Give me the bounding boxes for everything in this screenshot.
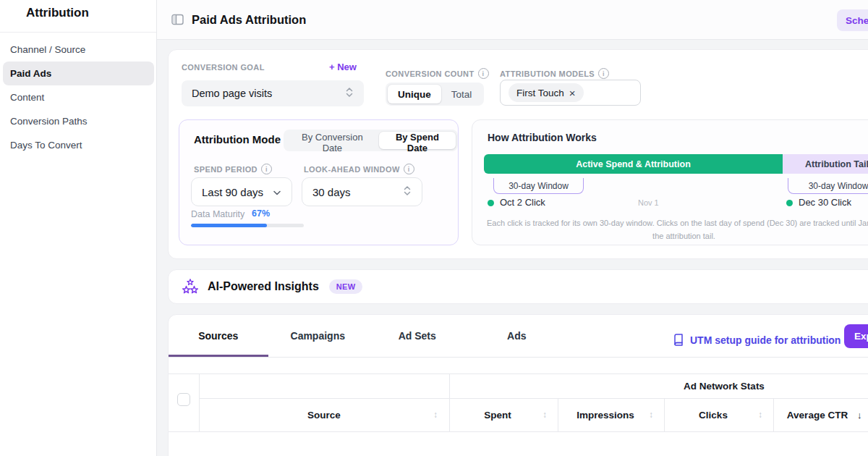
sidebar: Attribution Channel / Source Paid Ads Co… (0, 0, 157, 456)
group-header-ad-network-stats: Ad Network Stats (684, 381, 765, 392)
attribution-mode-title: Attribution Mode (194, 133, 281, 145)
info-icon[interactable]: i (261, 164, 272, 174)
sort-icon[interactable]: ↕ (649, 410, 653, 420)
how-attribution-works-panel: How Attribution Works Active Spend & Att… (472, 119, 868, 245)
column-header-clicks[interactable]: Clicks (699, 410, 728, 421)
works-caption: Each click is tracked for its own 30-day… (487, 217, 868, 242)
look-ahead-select[interactable]: 30 days (302, 177, 422, 206)
count-total-button[interactable]: Total (441, 85, 482, 104)
select-all-checkbox[interactable] (177, 393, 190, 406)
collapse-sidebar-icon[interactable] (171, 14, 184, 28)
conversion-count-label: CONVERSION COUNT i (386, 68, 489, 79)
mode-by-spend-date-button[interactable]: By Spend Date (379, 132, 456, 149)
data-maturity-label: Data Maturity (191, 209, 244, 219)
active-spend-bar: Active Spend & Attribution (484, 154, 783, 174)
green-dot-icon (786, 200, 793, 206)
table-row-divider (199, 398, 868, 399)
report-card: Sources Campaigns Ad Sets Ads UTM setup … (168, 314, 868, 456)
sparkles-icon (182, 278, 199, 295)
sidebar-item-conversion-paths[interactable]: Conversion Paths (3, 109, 154, 133)
conversion-goal-label: CONVERSION GOAL (182, 63, 265, 72)
table-col-divider (449, 373, 450, 431)
green-dot-icon (488, 200, 494, 206)
look-ahead-label-text: LOOK-AHEAD WINDOW (304, 165, 400, 174)
left-click-event: Oct 2 Click (500, 197, 545, 208)
count-unique-button[interactable]: Unique (388, 85, 441, 104)
attribution-mode-panel: Attribution Mode By Conversion Date By S… (179, 119, 459, 245)
conversion-goal-select[interactable]: Demo page visits (182, 80, 364, 106)
updown-chevron-icon (345, 87, 354, 100)
column-header-average-ctr[interactable]: Average CTR (787, 410, 848, 421)
conversion-count-toggle: Unique Total (386, 83, 484, 106)
new-badge: NEW (329, 279, 363, 294)
tab-ads[interactable]: Ads (467, 315, 567, 357)
data-maturity-fill (191, 224, 267, 227)
book-icon (673, 334, 684, 346)
left-window-bracket: 30-day Window (493, 178, 584, 194)
new-goal-button[interactable]: + New (329, 62, 357, 72)
model-chip-label: First Touch (516, 88, 564, 98)
sidebar-title: Attribution (26, 6, 89, 20)
model-chip-first-touch: First Touch × (509, 83, 584, 102)
spend-period-label: SPEND PERIOD i (194, 164, 272, 174)
spend-period-value: Last 90 days (202, 186, 263, 198)
export-button[interactable]: Export (844, 324, 868, 348)
attribution-settings-card: CONVERSION GOAL + New Demo page visits C… (168, 49, 868, 259)
table-border-bottom (169, 431, 868, 432)
column-header-spent[interactable]: Spent (484, 410, 511, 421)
tab-campaigns[interactable]: Campaigns (268, 315, 368, 357)
tab-sources[interactable]: Sources (169, 315, 268, 357)
look-ahead-value: 30 days (312, 186, 351, 198)
schedule-button[interactable]: Schedule (837, 9, 868, 31)
sidebar-divider (0, 32, 156, 33)
sidebar-item-content[interactable]: Content (3, 85, 154, 109)
remove-model-icon[interactable]: × (569, 88, 576, 98)
sidebar-item-days-to-convert[interactable]: Days To Convert (3, 133, 154, 157)
look-ahead-label: LOOK-AHEAD WINDOW i (304, 164, 414, 174)
sort-desc-icon[interactable]: ↓ (857, 410, 862, 421)
ai-insights-card[interactable]: AI-Powered Insights NEW (168, 269, 868, 304)
table-col-divider (773, 398, 774, 431)
info-icon[interactable]: i (404, 164, 414, 174)
attribution-models-label: ATTRIBUTION MODELS i (500, 68, 609, 79)
conversion-goal-value: Demo page visits (192, 88, 272, 99)
ai-insights-title: AI-Powered Insights (208, 280, 319, 293)
data-maturity-value: 67% (252, 208, 270, 219)
table-col-divider (558, 398, 558, 431)
right-click-event: Dec 30 Click (799, 197, 851, 208)
tab-ad-sets[interactable]: Ad Sets (367, 315, 467, 357)
sort-icon[interactable]: ↕ (758, 410, 762, 420)
mid-date-label: Nov 1 (638, 198, 659, 207)
table-col-divider (199, 373, 200, 431)
spend-period-label-text: SPEND PERIOD (194, 165, 258, 174)
works-caption-line1: Each click is tracked for its own 30-day… (487, 217, 868, 230)
column-header-impressions[interactable]: Impressions (576, 410, 634, 421)
conversion-count-label-text: CONVERSION COUNT (386, 69, 475, 78)
mode-by-conversion-date-button[interactable]: By Conversion Date (286, 132, 379, 149)
table-border-top (169, 373, 868, 374)
updown-chevron-icon (403, 185, 412, 198)
column-header-source[interactable]: Source (307, 410, 341, 421)
table-col-divider (664, 398, 665, 431)
page-title: Paid Ads Attribution (192, 13, 306, 27)
sort-icon[interactable]: ↕ (542, 410, 547, 420)
sidebar-item-channel-source[interactable]: Channel / Source (3, 38, 154, 62)
sidebar-item-paid-ads[interactable]: Paid Ads (3, 62, 154, 85)
attribution-tail-bar: Attribution Tail (783, 154, 868, 174)
utm-guide-label: UTM setup guide for attribution (690, 334, 841, 346)
attribution-models-label-text: ATTRIBUTION MODELS (500, 69, 595, 78)
right-window-bracket: 30-day Window (788, 178, 868, 194)
data-maturity-bar (191, 224, 304, 227)
info-icon[interactable]: i (598, 68, 609, 79)
info-icon[interactable]: i (478, 68, 489, 79)
works-title: How Attribution Works (488, 132, 597, 143)
sort-icon[interactable]: ↕ (433, 410, 438, 420)
utm-guide-link[interactable]: UTM setup guide for attribution (673, 334, 841, 346)
spend-period-select[interactable]: Last 90 days (191, 177, 292, 206)
chevron-down-icon (273, 186, 281, 198)
attribution-models-input[interactable]: First Touch × (500, 80, 641, 106)
sidebar-nav: Channel / Source Paid Ads Content Conver… (3, 38, 154, 157)
attribution-mode-toggle: By Conversion Date By Spend Date (284, 130, 458, 151)
works-caption-line2: the attribution tail. (487, 230, 868, 243)
